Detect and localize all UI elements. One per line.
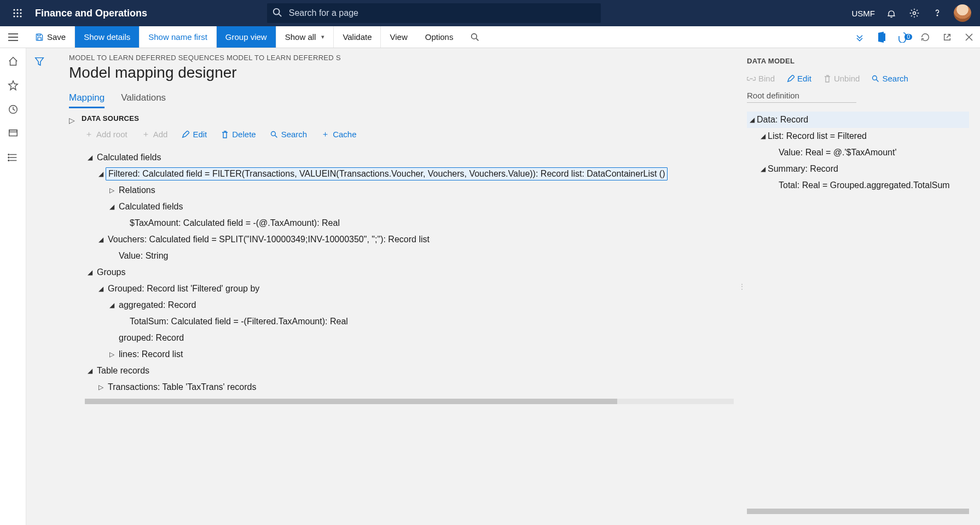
tree-node-calculated-fields[interactable]: ◢ Calculated fields (85, 149, 734, 166)
view-button[interactable]: View (381, 26, 416, 48)
tree-node-tax-amount[interactable]: ▷ $TaxAmount: Calculated field = -(@.Tax… (85, 215, 734, 231)
search-action-icon[interactable] (462, 26, 488, 48)
star-icon[interactable] (7, 79, 20, 92)
user-avatar[interactable] (954, 4, 971, 22)
attachments-badge: 0 (904, 34, 912, 40)
global-search-input[interactable] (267, 3, 601, 23)
save-button[interactable]: Save (26, 26, 75, 48)
link-icon[interactable] (849, 32, 871, 42)
collapse-caret-icon[interactable]: ▷ (69, 116, 75, 125)
close-icon[interactable] (958, 33, 980, 42)
view-label: View (390, 32, 407, 42)
show-name-first-button[interactable]: Show name first (140, 26, 217, 48)
search-icon (270, 131, 278, 138)
expander-icon[interactable]: ◢ (107, 301, 117, 309)
dm-horizontal-scrollbar[interactable] (747, 509, 969, 514)
tree-node-vouchers[interactable]: ◢ Vouchers: Calculated field = SPLIT("IN… (85, 231, 734, 248)
bell-icon[interactable] (885, 7, 898, 20)
cache-button[interactable]: ＋ Cache (321, 129, 356, 139)
dm-node-summary[interactable]: ◢ Summary: Record (747, 161, 969, 177)
titlebar-right-group: USMF (851, 4, 971, 22)
expander-icon[interactable]: ◢ (85, 269, 95, 276)
dm-node-data[interactable]: ◢ Data: Record (747, 112, 969, 128)
expander-icon[interactable]: ◢ (758, 165, 768, 173)
help-icon[interactable] (931, 7, 944, 20)
search-label: Search (281, 130, 308, 139)
recent-icon[interactable] (7, 103, 20, 116)
scrollbar-thumb[interactable] (747, 509, 969, 514)
svg-point-28 (8, 154, 9, 155)
page-title: Model mapping designer (69, 64, 739, 81)
tab-validations[interactable]: Validations (121, 92, 166, 108)
refresh-icon[interactable] (914, 32, 936, 42)
svg-line-10 (279, 14, 281, 17)
expander-icon[interactable]: ◢ (107, 203, 117, 211)
delete-button[interactable]: Delete (221, 130, 256, 139)
filter-icon[interactable] (34, 56, 45, 67)
tree-node-filtered[interactable]: ◢ Filtered: Calculated field = FILTER(Tr… (85, 166, 734, 182)
tab-mapping[interactable]: Mapping (69, 92, 105, 108)
show-name-first-label: Show name first (148, 32, 207, 42)
add-label: Add (153, 130, 168, 139)
workspace-icon[interactable] (7, 127, 20, 140)
edit-icon (787, 75, 795, 83)
show-all-dropdown[interactable]: Show all ▾ (276, 26, 334, 48)
tree-node-total-sum[interactable]: ▷ TotalSum: Calculated field = -(Filtere… (85, 313, 734, 330)
options-button[interactable]: Options (416, 26, 462, 48)
unbind-button[interactable]: Unbind (824, 74, 860, 83)
expander-icon[interactable]: ◢ (96, 170, 106, 178)
attachments-icon[interactable]: 0 (892, 32, 914, 43)
horizontal-scrollbar[interactable] (85, 399, 734, 404)
search-button[interactable]: Search (270, 130, 308, 139)
home-icon[interactable] (7, 55, 20, 68)
expander-icon[interactable]: ▷ (107, 186, 117, 194)
svg-point-4 (16, 12, 18, 14)
search-icon (272, 8, 282, 18)
scrollbar-thumb[interactable] (85, 399, 617, 404)
tree-node-transactions[interactable]: ▷ Transactions: Table 'TaxTrans' records (85, 379, 734, 395)
show-details-button[interactable]: Show details (75, 26, 140, 48)
edit-dm-button[interactable]: Edit (787, 74, 811, 83)
office-icon[interactable] (871, 32, 892, 43)
bind-button[interactable]: Bind (747, 74, 775, 83)
svg-point-18 (472, 33, 477, 39)
expander-icon[interactable]: ◢ (85, 367, 95, 375)
expander-icon[interactable]: ◢ (96, 285, 106, 293)
add-root-button[interactable]: ＋ Add root (85, 129, 127, 139)
tree-node-lines[interactable]: ▷ lines: Record list (85, 346, 734, 363)
tree-node-grouped-record[interactable]: ▷ grouped: Record (85, 330, 734, 346)
svg-point-9 (274, 9, 280, 15)
root-definition-label: Root definition (747, 91, 969, 100)
tree-node-groups[interactable]: ◢ Groups (85, 264, 734, 281)
modules-icon[interactable] (7, 151, 20, 164)
expander-icon[interactable]: ◢ (96, 236, 106, 243)
tree-node-relations[interactable]: ▷ Relations (85, 182, 734, 199)
actionbar-right-icons: 0 (849, 26, 980, 48)
dm-node-total[interactable]: ▷ Total: Real = Grouped.aggregated.Total… (747, 177, 969, 194)
nav-toggle-icon[interactable] (0, 26, 26, 48)
tree-node-calculated-fields-sub[interactable]: ◢ Calculated fields (85, 199, 734, 215)
popout-icon[interactable] (936, 33, 958, 42)
dm-node-value[interactable]: ▷ Value: Real = @.'$TaxAmount' (747, 144, 969, 161)
splitter-handle[interactable]: ⋮ (739, 48, 745, 525)
gear-icon[interactable] (908, 7, 921, 20)
expander-icon[interactable]: ◢ (758, 132, 768, 140)
tree-node-vouchers-value[interactable]: ▷ Value: String (85, 248, 734, 264)
company-code[interactable]: USMF (851, 9, 875, 18)
expander-icon[interactable]: ▷ (107, 351, 117, 358)
data-sources-tree: ◢ Calculated fields ◢ Filtered: Calculat… (82, 149, 739, 404)
expander-icon[interactable]: ▷ (96, 383, 106, 391)
tree-node-grouped[interactable]: ◢ Grouped: Record list 'Filtered' group … (85, 281, 734, 297)
tree-node-aggregated[interactable]: ◢ aggregated: Record (85, 297, 734, 313)
expander-icon[interactable]: ◢ (747, 116, 757, 124)
add-button[interactable]: ＋ Add (142, 129, 168, 139)
expander-icon[interactable]: ◢ (85, 154, 95, 161)
group-view-button[interactable]: Group view (217, 26, 276, 48)
actionbar: Save Show details Show name first Group … (0, 26, 980, 48)
dm-node-list[interactable]: ◢ List: Record list = Filtered (747, 128, 969, 144)
app-launcher-icon[interactable] (4, 0, 31, 26)
search-dm-button[interactable]: Search (872, 74, 908, 83)
tree-node-table-records[interactable]: ◢ Table records (85, 363, 734, 379)
edit-button[interactable]: Edit (182, 130, 207, 139)
validate-button[interactable]: Validate (334, 26, 381, 48)
